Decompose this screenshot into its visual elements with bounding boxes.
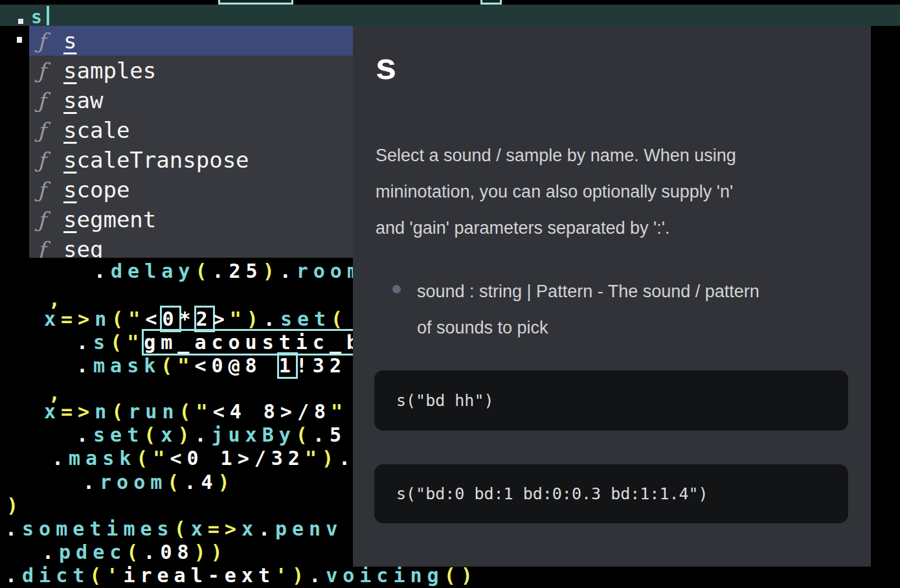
code-token: => bbox=[208, 517, 242, 540]
autocomplete-item-label: segment bbox=[63, 207, 156, 232]
code-token: ') bbox=[275, 564, 309, 587]
code-token: x bbox=[44, 400, 61, 423]
code-token: > bbox=[213, 308, 230, 330]
code-token: ) bbox=[177, 424, 194, 446]
editor-code-line[interactable]: .delay(.25).room bbox=[94, 261, 364, 282]
code-token: . bbox=[83, 471, 100, 493]
code-token: sometimes bbox=[22, 517, 174, 540]
code-token: (" bbox=[136, 447, 170, 469]
autocomplete-item-label: scope bbox=[63, 177, 129, 203]
editor-code-line[interactable]: x=>n("<0*2>").set( bbox=[44, 309, 348, 330]
code-token: ) bbox=[6, 494, 23, 517]
code-token: . bbox=[309, 564, 326, 587]
editor-code-line[interactable]: x=>n(run("<4 8>/8" bbox=[44, 401, 348, 422]
code-token: => bbox=[61, 308, 95, 330]
doc-panel: s Select a sound / sample by name. When … bbox=[353, 26, 871, 567]
doc-example-code: s("bd:0 bd:1 bd:0:0.3 bd:1:1.4") bbox=[396, 484, 708, 503]
code-token: set bbox=[93, 424, 144, 446]
function-icon: ƒ bbox=[38, 177, 62, 203]
autocomplete-item-scale[interactable]: ƒscale bbox=[29, 115, 353, 145]
pattern-highlight-token: gm_acoustic_bd bbox=[142, 329, 382, 356]
code-token: .5 bbox=[313, 424, 346, 446]
autocomplete-item-s[interactable]: ƒs bbox=[29, 26, 353, 56]
code-token: dict bbox=[22, 564, 89, 587]
code-token: juxBy bbox=[212, 424, 296, 446]
autocomplete-dropdown[interactable]: ƒsƒsamplesƒsawƒscaleƒscaleTransposeƒscop… bbox=[29, 26, 353, 258]
function-icon: ƒ bbox=[38, 237, 62, 258]
code-token: <0 1>/32 bbox=[170, 447, 305, 469]
code-token: ( bbox=[331, 308, 348, 330]
doc-param-line: sound : string | Pattern - The sound / p… bbox=[417, 273, 844, 310]
code-token: (" bbox=[179, 400, 213, 423]
code-token: . bbox=[280, 260, 297, 282]
code-token: ( bbox=[111, 400, 128, 423]
top-clipped-code-strip bbox=[0, 0, 900, 5]
bullet-dot-icon bbox=[392, 285, 401, 293]
editor-code-line[interactable]: .set(x).juxBy(.5 bbox=[76, 425, 346, 446]
active-line-highlight[interactable]: s bbox=[0, 5, 900, 26]
code-token: x bbox=[191, 517, 208, 540]
code-token: . bbox=[5, 564, 22, 587]
clipped-pattern-highlight-box bbox=[218, 0, 293, 5]
editor-code-line[interactable]: .mask("<0@8 1!32 bbox=[76, 356, 346, 376]
code-token: .4 bbox=[184, 471, 218, 493]
code-token: () bbox=[444, 564, 478, 587]
code-token: penv bbox=[275, 517, 343, 540]
code-token: x bbox=[161, 424, 177, 446]
pattern-highlight-token: 2 bbox=[194, 306, 215, 332]
doc-example-box: s("bd:0 bd:1 bd:0:0.3 bd:1:1.4") bbox=[374, 464, 848, 523]
code-token: ) bbox=[263, 260, 280, 282]
code-token: set bbox=[280, 308, 331, 330]
autocomplete-item-segment[interactable]: ƒsegment bbox=[29, 205, 353, 234]
autocomplete-item-label: samples bbox=[63, 58, 156, 84]
doc-description-line: Select a sound / sample by name. When us… bbox=[376, 137, 848, 174]
code-token: voicing bbox=[326, 564, 444, 587]
autocomplete-item-seg[interactable]: ƒseg bbox=[29, 234, 353, 258]
code-token: ") bbox=[305, 447, 339, 469]
autocomplete-item-label: scaleTranspose bbox=[63, 147, 249, 173]
editor-code-line[interactable]: .s("gm_acoustic_bd bbox=[76, 332, 380, 353]
code-token: ( bbox=[296, 424, 313, 446]
code-token: delay bbox=[111, 260, 195, 282]
code-token: . bbox=[264, 308, 280, 330]
editor-code-line[interactable]: .sometimes(x=>x.penv bbox=[5, 519, 343, 539]
function-icon: ƒ bbox=[38, 148, 62, 173]
code-token: x bbox=[44, 308, 61, 330]
editor-code-line[interactable]: .dict('ireal-ext').voicing() bbox=[5, 565, 478, 586]
code-token: )) bbox=[194, 541, 228, 563]
function-icon: ƒ bbox=[38, 28, 62, 54]
autocomplete-item-scaleTranspose[interactable]: ƒscaleTranspose bbox=[29, 145, 353, 175]
right-black-gutter bbox=[871, 26, 900, 588]
code-token: .25 bbox=[212, 260, 262, 282]
autocomplete-item-samples[interactable]: ƒsamples bbox=[29, 56, 353, 85]
typed-text: s bbox=[31, 6, 45, 28]
editor-code-line[interactable]: ) bbox=[6, 495, 23, 516]
doc-title: s bbox=[376, 44, 396, 87]
clipped-pattern-highlight-box bbox=[480, 0, 502, 5]
code-token: ( bbox=[167, 471, 184, 493]
code-token: mask bbox=[69, 447, 136, 469]
autocomplete-item-label: scale bbox=[63, 117, 129, 143]
pattern-highlight-token: 0 bbox=[160, 306, 181, 332]
editor-code-line[interactable]: .room(.4) bbox=[83, 472, 235, 493]
doc-param-text: sound : string | Pattern - The sound / p… bbox=[417, 273, 844, 346]
autocomplete-item-label: seg bbox=[63, 236, 103, 258]
code-token: n bbox=[95, 308, 111, 330]
function-icon: ƒ bbox=[38, 58, 62, 84]
autocomplete-item-saw[interactable]: ƒsaw bbox=[29, 85, 353, 115]
code-token: ) bbox=[218, 471, 235, 493]
editor-code-line[interactable]: .pdec(.08)) bbox=[42, 542, 228, 563]
pattern-highlight-token: 1 bbox=[277, 352, 298, 379]
code-token: . bbox=[52, 447, 69, 469]
autocomplete-item-scope[interactable]: ƒscope bbox=[29, 175, 353, 205]
code-token: (' bbox=[89, 564, 123, 587]
code-token: . bbox=[76, 331, 93, 354]
code-token: x bbox=[242, 517, 258, 540]
code-token: (" bbox=[111, 308, 145, 330]
code-token: . bbox=[76, 354, 93, 377]
editor-code-line[interactable]: .mask("<0 1>/32"). bbox=[52, 448, 355, 469]
code-token: pdec bbox=[59, 541, 126, 563]
code-token: => bbox=[61, 400, 95, 423]
code-token: ireal-ext bbox=[123, 564, 275, 587]
code-token: ( bbox=[126, 541, 143, 563]
